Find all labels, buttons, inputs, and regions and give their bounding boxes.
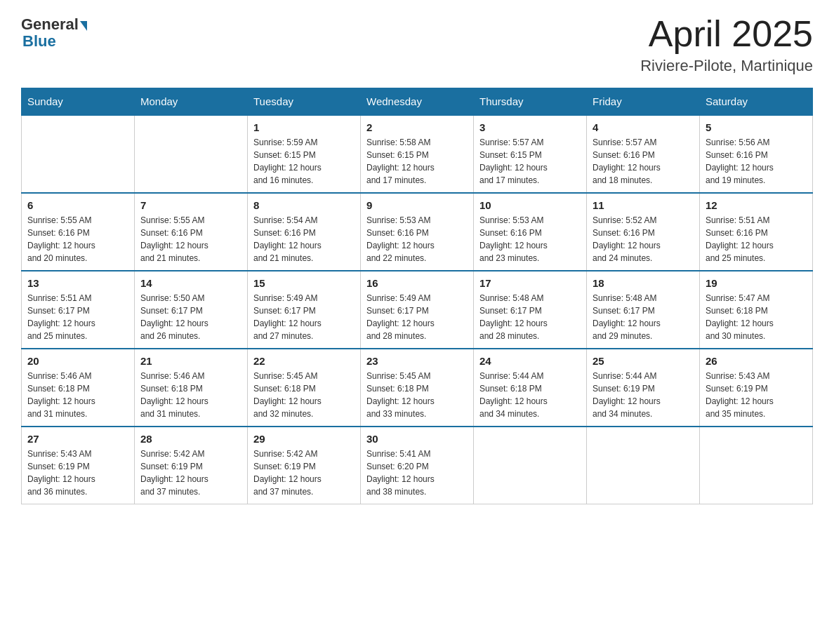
day-number: 20: [27, 355, 128, 367]
day-number: 10: [479, 199, 581, 211]
calendar-cell: 2Sunrise: 5:58 AM Sunset: 6:15 PM Daylig…: [361, 115, 474, 193]
weekday-header-saturday: Saturday: [700, 88, 813, 116]
day-info: Sunrise: 5:52 AM Sunset: 6:16 PM Dayligh…: [593, 214, 694, 264]
calendar-cell: 27Sunrise: 5:43 AM Sunset: 6:19 PM Dayli…: [22, 427, 135, 504]
day-info: Sunrise: 5:50 AM Sunset: 6:17 PM Dayligh…: [140, 292, 241, 342]
day-info: Sunrise: 5:44 AM Sunset: 6:18 PM Dayligh…: [479, 370, 581, 420]
calendar-cell: 24Sunrise: 5:44 AM Sunset: 6:18 PM Dayli…: [474, 349, 587, 427]
day-info: Sunrise: 5:51 AM Sunset: 6:17 PM Dayligh…: [27, 292, 128, 342]
calendar-week-row: 1Sunrise: 5:59 AM Sunset: 6:15 PM Daylig…: [22, 115, 813, 193]
calendar-cell: 26Sunrise: 5:43 AM Sunset: 6:19 PM Dayli…: [700, 349, 813, 427]
calendar-cell: 19Sunrise: 5:47 AM Sunset: 6:18 PM Dayli…: [700, 271, 813, 349]
page-header: General Blue April 2025 Riviere-Pilote, …: [21, 14, 813, 75]
weekday-header-wednesday: Wednesday: [361, 88, 474, 116]
day-number: 13: [27, 277, 128, 289]
day-number: 27: [27, 433, 128, 445]
calendar-cell: 7Sunrise: 5:55 AM Sunset: 6:16 PM Daylig…: [135, 193, 248, 271]
calendar-cell: 18Sunrise: 5:48 AM Sunset: 6:17 PM Dayli…: [587, 271, 700, 349]
day-info: Sunrise: 5:54 AM Sunset: 6:16 PM Dayligh…: [253, 214, 355, 264]
calendar-body: 1Sunrise: 5:59 AM Sunset: 6:15 PM Daylig…: [22, 115, 813, 504]
logo-blue-text: Blue: [22, 32, 56, 50]
day-info: Sunrise: 5:43 AM Sunset: 6:19 PM Dayligh…: [706, 370, 807, 420]
calendar-cell: 20Sunrise: 5:46 AM Sunset: 6:18 PM Dayli…: [22, 349, 135, 427]
logo-general-text: General: [21, 17, 79, 32]
weekday-header-monday: Monday: [135, 88, 248, 116]
calendar-cell: 13Sunrise: 5:51 AM Sunset: 6:17 PM Dayli…: [22, 271, 135, 349]
calendar-cell: 11Sunrise: 5:52 AM Sunset: 6:16 PM Dayli…: [587, 193, 700, 271]
weekday-header-friday: Friday: [587, 88, 700, 116]
calendar-header: SundayMondayTuesdayWednesdayThursdayFrid…: [22, 88, 813, 116]
calendar-cell: [135, 115, 248, 193]
calendar-cell: [587, 427, 700, 504]
day-number: 18: [593, 277, 694, 289]
day-info: Sunrise: 5:49 AM Sunset: 6:17 PM Dayligh…: [253, 292, 355, 342]
logo-arrow-icon: [80, 21, 87, 31]
calendar-cell: 14Sunrise: 5:50 AM Sunset: 6:17 PM Dayli…: [135, 271, 248, 349]
day-info: Sunrise: 5:49 AM Sunset: 6:17 PM Dayligh…: [366, 292, 468, 342]
day-info: Sunrise: 5:56 AM Sunset: 6:16 PM Dayligh…: [706, 136, 807, 187]
day-number: 22: [253, 355, 355, 367]
calendar-cell: 5Sunrise: 5:56 AM Sunset: 6:16 PM Daylig…: [700, 115, 813, 193]
day-number: 28: [140, 433, 241, 445]
day-info: Sunrise: 5:51 AM Sunset: 6:16 PM Dayligh…: [706, 214, 807, 264]
day-number: 7: [140, 199, 241, 211]
day-number: 23: [366, 355, 468, 367]
day-info: Sunrise: 5:45 AM Sunset: 6:18 PM Dayligh…: [253, 370, 355, 420]
calendar-cell: 21Sunrise: 5:46 AM Sunset: 6:18 PM Dayli…: [135, 349, 248, 427]
day-info: Sunrise: 5:41 AM Sunset: 6:20 PM Dayligh…: [366, 448, 468, 498]
day-info: Sunrise: 5:57 AM Sunset: 6:15 PM Dayligh…: [479, 136, 581, 187]
day-number: 14: [140, 277, 241, 289]
day-number: 9: [366, 199, 468, 211]
calendar-cell: 12Sunrise: 5:51 AM Sunset: 6:16 PM Dayli…: [700, 193, 813, 271]
day-number: 16: [366, 277, 468, 289]
day-info: Sunrise: 5:53 AM Sunset: 6:16 PM Dayligh…: [366, 214, 468, 264]
day-info: Sunrise: 5:42 AM Sunset: 6:19 PM Dayligh…: [140, 448, 241, 498]
calendar-cell: 1Sunrise: 5:59 AM Sunset: 6:15 PM Daylig…: [248, 115, 361, 193]
day-info: Sunrise: 5:46 AM Sunset: 6:18 PM Dayligh…: [27, 370, 128, 420]
calendar-week-row: 27Sunrise: 5:43 AM Sunset: 6:19 PM Dayli…: [22, 427, 813, 504]
day-info: Sunrise: 5:47 AM Sunset: 6:18 PM Dayligh…: [706, 292, 807, 342]
day-number: 25: [593, 355, 694, 367]
calendar-cell: [22, 115, 135, 193]
day-info: Sunrise: 5:58 AM Sunset: 6:15 PM Dayligh…: [366, 136, 468, 187]
day-number: 19: [706, 277, 807, 289]
day-number: 1: [253, 121, 355, 133]
day-info: Sunrise: 5:53 AM Sunset: 6:16 PM Dayligh…: [479, 214, 581, 264]
day-info: Sunrise: 5:48 AM Sunset: 6:17 PM Dayligh…: [479, 292, 581, 342]
weekday-header-sunday: Sunday: [22, 88, 135, 116]
day-number: 24: [479, 355, 581, 367]
calendar-cell: 23Sunrise: 5:45 AM Sunset: 6:18 PM Dayli…: [361, 349, 474, 427]
calendar-cell: 16Sunrise: 5:49 AM Sunset: 6:17 PM Dayli…: [361, 271, 474, 349]
day-number: 15: [253, 277, 355, 289]
day-info: Sunrise: 5:59 AM Sunset: 6:15 PM Dayligh…: [253, 136, 355, 187]
calendar-cell: 10Sunrise: 5:53 AM Sunset: 6:16 PM Dayli…: [474, 193, 587, 271]
calendar-cell: 29Sunrise: 5:42 AM Sunset: 6:19 PM Dayli…: [248, 427, 361, 504]
day-number: 17: [479, 277, 581, 289]
day-info: Sunrise: 5:46 AM Sunset: 6:18 PM Dayligh…: [140, 370, 241, 420]
day-number: 2: [366, 121, 468, 133]
calendar-cell: 17Sunrise: 5:48 AM Sunset: 6:17 PM Dayli…: [474, 271, 587, 349]
day-info: Sunrise: 5:55 AM Sunset: 6:16 PM Dayligh…: [140, 214, 241, 264]
day-number: 21: [140, 355, 241, 367]
weekday-header-row: SundayMondayTuesdayWednesdayThursdayFrid…: [22, 88, 813, 116]
calendar-week-row: 20Sunrise: 5:46 AM Sunset: 6:18 PM Dayli…: [22, 349, 813, 427]
day-number: 6: [27, 199, 128, 211]
calendar-week-row: 6Sunrise: 5:55 AM Sunset: 6:16 PM Daylig…: [22, 193, 813, 271]
calendar-cell: 8Sunrise: 5:54 AM Sunset: 6:16 PM Daylig…: [248, 193, 361, 271]
calendar-cell: 25Sunrise: 5:44 AM Sunset: 6:19 PM Dayli…: [587, 349, 700, 427]
day-number: 5: [706, 121, 807, 133]
location-title: Riviere-Pilote, Martinique: [640, 57, 813, 75]
logo: General Blue: [21, 14, 87, 51]
calendar-table: SundayMondayTuesdayWednesdayThursdayFrid…: [21, 88, 813, 504]
calendar-cell: 22Sunrise: 5:45 AM Sunset: 6:18 PM Dayli…: [248, 349, 361, 427]
day-number: 29: [253, 433, 355, 445]
calendar-cell: 15Sunrise: 5:49 AM Sunset: 6:17 PM Dayli…: [248, 271, 361, 349]
weekday-header-tuesday: Tuesday: [248, 88, 361, 116]
title-block: April 2025 Riviere-Pilote, Martinique: [640, 14, 813, 75]
day-number: 11: [593, 199, 694, 211]
calendar-cell: 28Sunrise: 5:42 AM Sunset: 6:19 PM Dayli…: [135, 427, 248, 504]
month-title: April 2025: [640, 14, 813, 54]
day-number: 4: [593, 121, 694, 133]
day-info: Sunrise: 5:57 AM Sunset: 6:16 PM Dayligh…: [593, 136, 694, 187]
day-info: Sunrise: 5:42 AM Sunset: 6:19 PM Dayligh…: [253, 448, 355, 498]
